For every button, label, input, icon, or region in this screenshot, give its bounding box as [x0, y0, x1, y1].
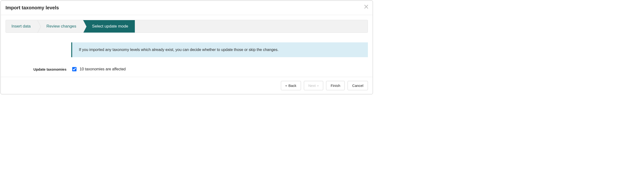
update-taxonomies-label: Update taxonomies [6, 67, 71, 71]
content-wrap: If you imported any taxonomy levels whic… [6, 42, 368, 57]
affected-count-text: 10 taxonomies are affected [80, 67, 126, 71]
finish-button[interactable]: Finish [326, 81, 345, 90]
step-insert-data[interactable]: Insert data [6, 20, 37, 33]
close-icon [364, 7, 369, 10]
update-taxonomies-value: 10 taxonomies are affected [71, 66, 126, 72]
update-taxonomies-checkbox[interactable] [72, 67, 76, 71]
info-box: If you imported any taxonomy levels whic… [71, 42, 368, 57]
wizard-steps: Insert data Review changes Select update… [6, 20, 368, 33]
update-taxonomies-row: Update taxonomies 10 taxonomies are affe… [6, 66, 368, 72]
back-button[interactable]: « Back [281, 81, 301, 90]
modal-footer: « Back Next » Finish Cancel [1, 77, 373, 94]
step-label: Review changes [46, 24, 76, 29]
finish-label: Finish [330, 84, 340, 88]
modal-title: Import taxonomy levels [6, 5, 59, 11]
step-label: Insert data [12, 24, 30, 29]
modal-header: Import taxonomy levels [1, 1, 373, 15]
chevron-double-right-icon: » [317, 84, 319, 87]
back-label: Back [288, 84, 296, 88]
step-review-changes[interactable]: Review changes [37, 20, 83, 33]
step-label: Select update mode [92, 24, 128, 29]
step-select-update-mode[interactable]: Select update mode [83, 20, 135, 33]
next-button[interactable]: Next » [304, 81, 324, 90]
info-text: If you imported any taxonomy levels whic… [79, 48, 278, 52]
chevron-double-left-icon: « [286, 84, 287, 87]
next-label: Next [308, 84, 316, 88]
right-col: If you imported any taxonomy levels whic… [71, 42, 368, 57]
import-taxonomy-modal: Import taxonomy levels Insert data Revie… [0, 1, 373, 94]
modal-body: Insert data Review changes Select update… [1, 15, 373, 77]
left-spacer [6, 42, 71, 57]
close-button[interactable] [363, 3, 370, 11]
cancel-button[interactable]: Cancel [348, 81, 368, 90]
cancel-label: Cancel [352, 84, 363, 88]
